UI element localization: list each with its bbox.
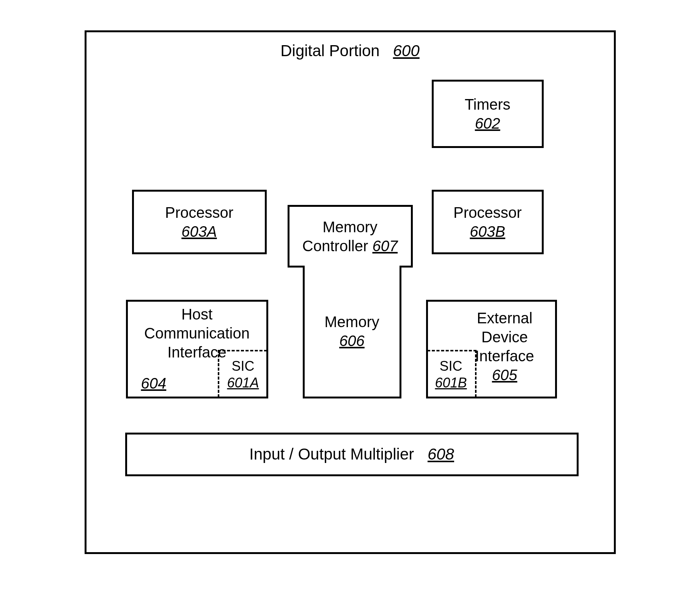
extdev-line2: Interface	[475, 348, 534, 364]
block-title: Digital Portion 600	[87, 32, 614, 60]
host-line1: Host	[181, 306, 212, 323]
host-communication-interface-box: Host Communication Interface 604 SIC 601…	[126, 300, 268, 398]
digital-portion-block: Digital Portion 600 Timers 602 Processor…	[85, 30, 616, 554]
timers-ref: 602	[475, 114, 500, 133]
memory-controller-box: Memory Controller 607	[288, 205, 413, 268]
sic-b-label: SIC	[439, 358, 462, 374]
sic-a-label: SIC	[231, 358, 254, 374]
processor-a-label: Processor	[165, 203, 233, 222]
processor-b-label: Processor	[453, 203, 522, 222]
external-device-interface-box: External Device Interface 605 SIC 601B	[426, 300, 557, 398]
sic-b-ref: 601B	[435, 375, 467, 391]
processor-b-ref: 603B	[470, 222, 505, 241]
processor-a-ref: 603A	[181, 222, 217, 241]
io-multiplier-ref: 608	[428, 444, 454, 464]
memory-label: Memory	[324, 312, 379, 331]
timers-box: Timers 602	[432, 80, 544, 148]
extdev-line1: External Device	[477, 310, 533, 345]
memory-box: Memory 606	[303, 266, 401, 398]
processor-b-box: Processor 603B	[432, 190, 544, 254]
host-ref: 604	[141, 375, 167, 392]
timers-label: Timers	[465, 95, 511, 114]
host-ref-wrap: 604	[141, 374, 167, 393]
sic-b-box: SIC 601B	[427, 350, 477, 397]
title-ref: 600	[393, 42, 420, 60]
io-multiplier-box: Input / Output Multiplier 608	[125, 433, 579, 476]
sic-a-box: SIC 601A	[218, 350, 267, 397]
processor-a-box: Processor 603A	[132, 190, 267, 254]
host-line2: Communication	[144, 325, 250, 342]
memory-controller-label2: Controller	[302, 238, 368, 254]
memory-ref: 606	[339, 331, 365, 350]
memory-controller-ref: 607	[372, 238, 398, 254]
extdev-ref: 605	[492, 367, 518, 383]
io-multiplier-label: Input / Output Multiplier	[249, 444, 414, 464]
title-label: Digital Portion	[280, 42, 379, 60]
memory-controller-label1: Memory	[322, 217, 377, 236]
sic-a-ref: 601A	[227, 375, 259, 391]
